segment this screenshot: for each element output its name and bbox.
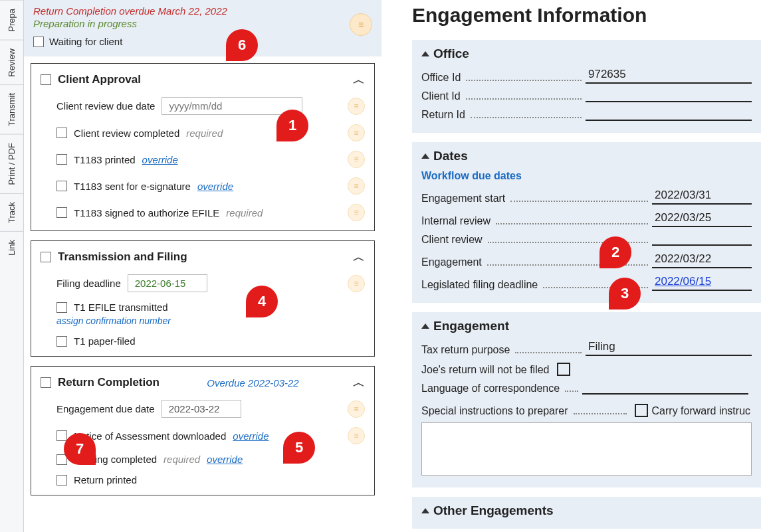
tab-print-pdf[interactable]: Print / PDF: [0, 134, 23, 193]
not-filed-checkbox[interactable]: [557, 363, 570, 376]
client-id-label: Client Id: [421, 90, 465, 102]
note-icon[interactable]: ≡: [348, 177, 365, 195]
return-id-input[interactable]: [586, 118, 752, 121]
dates-section: Dates Workflow due dates Engagement star…: [412, 142, 761, 303]
engagement-due-label: Engagement due date: [56, 403, 155, 414]
completion-card: Return Completion Overdue 2022-03-22 ︿ E…: [31, 366, 375, 495]
office-section: Office Office Id 972635 Client Id Return…: [412, 40, 761, 133]
review-completed-checkbox[interactable]: [56, 128, 67, 138]
override-link[interactable]: override: [207, 454, 243, 465]
t1183-signed-label: T1183 signed to authorize EFILE: [74, 207, 219, 219]
waiting-checkbox[interactable]: [33, 37, 44, 47]
tab-link[interactable]: Link: [0, 231, 23, 264]
t1183-printed-label: T1183 printed: [74, 154, 136, 165]
tab-transmit[interactable]: Transmit: [0, 84, 23, 134]
purpose-input[interactable]: Filing: [586, 340, 752, 356]
internal-review-input[interactable]: 2022/03/25: [652, 211, 752, 227]
noa-checkbox[interactable]: [56, 430, 67, 441]
all-filing-label: All filing completed: [74, 454, 157, 465]
all-filing-checkbox[interactable]: [56, 454, 67, 465]
t1183-printed-checkbox[interactable]: [56, 154, 67, 165]
completion-checkbox[interactable]: [41, 377, 51, 388]
collapse-icon[interactable]: [421, 508, 429, 513]
office-title: Office: [433, 46, 469, 61]
override-link[interactable]: override: [142, 154, 178, 165]
waiting-label: Waiting for client: [49, 36, 122, 47]
note-icon[interactable]: ≡: [348, 400, 365, 418]
dates-title: Dates: [433, 149, 468, 163]
note-icon[interactable]: ≡: [348, 98, 365, 115]
paper-filed-label: T1 paper-filed: [74, 335, 136, 347]
paper-filed-checkbox[interactable]: [56, 336, 67, 347]
collapse-icon[interactable]: ︿: [353, 249, 365, 265]
carry-forward-label: Carry forward instruc: [652, 405, 750, 417]
noa-label: Notice of Assessment downloaded: [74, 430, 226, 442]
client-review-input[interactable]: [652, 243, 752, 246]
purpose-label: Tax return purpose: [421, 344, 514, 356]
overdue-text: Return Completion overdue March 22, 2022: [33, 5, 372, 17]
t1183-signed-checkbox[interactable]: [56, 207, 67, 218]
internal-review-label: Internal review: [421, 215, 494, 227]
office-id-label: Office Id: [421, 72, 465, 84]
completion-status: Overdue 2022-03-22: [207, 377, 298, 389]
return-printed-checkbox[interactable]: [56, 475, 67, 486]
required-label: required: [163, 454, 200, 465]
collapse-icon[interactable]: ︿: [353, 375, 365, 391]
engagement-title: Engagement: [433, 319, 509, 333]
assign-confirmation-link[interactable]: assign confirmation number: [56, 315, 365, 326]
engagement-info-heading: Engagement Information: [412, 4, 761, 27]
required-label: required: [186, 128, 223, 139]
client-approval-title: Client Approval: [58, 73, 141, 86]
lang-input[interactable]: [582, 392, 748, 395]
transmission-title: Transmission and Filing: [58, 250, 187, 264]
efile-checkbox[interactable]: [56, 302, 67, 313]
office-id-input[interactable]: 972635: [586, 68, 752, 84]
client-approval-checkbox[interactable]: [41, 74, 51, 85]
other-title: Other Engagements: [433, 503, 554, 518]
return-id-label: Return Id: [421, 109, 469, 121]
review-due-label: Client review due date: [56, 100, 155, 112]
eng-start-label: Engagement start: [421, 193, 509, 205]
carry-forward-checkbox[interactable]: [635, 404, 648, 417]
note-icon[interactable]: ≡: [348, 427, 365, 444]
workflow-panel: Return Completion overdue March 22, 2022…: [24, 0, 381, 532]
review-due-input[interactable]: [162, 97, 302, 115]
collapse-icon[interactable]: [421, 153, 429, 159]
filing-deadline-label: Filing deadline: [56, 278, 121, 289]
engagement-info-panel: Engagement Information Office Office Id …: [392, 0, 761, 532]
workflow-due-dates-label: Workflow due dates: [421, 170, 752, 182]
t1183-esig-checkbox[interactable]: [56, 181, 67, 191]
transmission-card: Transmission and Filing ︿ Filing deadlin…: [31, 240, 375, 357]
legisl-label: Legislated filing deadline: [421, 279, 542, 291]
override-link[interactable]: override: [197, 181, 233, 192]
override-link[interactable]: override: [233, 430, 269, 442]
special-label: Special instructions to preparer: [421, 405, 572, 417]
instructions-textarea[interactable]: [421, 422, 752, 476]
tab-prepare[interactable]: Prepa: [0, 0, 23, 40]
status-banner: Return Completion overdue March 22, 2022…: [24, 0, 381, 56]
collapse-icon[interactable]: [421, 323, 429, 329]
engagement-due-value[interactable]: 2022-03-22: [162, 400, 241, 418]
tab-review[interactable]: Review: [0, 40, 23, 85]
not-filed-label: Joe's return will not be filed: [421, 364, 553, 376]
eng-start-input[interactable]: 2022/03/31: [652, 189, 752, 205]
legisl-input[interactable]: 2022/06/15: [652, 275, 752, 291]
transmission-checkbox[interactable]: [41, 252, 51, 262]
note-icon[interactable]: ≡: [348, 124, 365, 141]
tab-track[interactable]: Track: [0, 193, 23, 231]
efile-label: T1 EFILE transmitted: [74, 302, 168, 313]
collapse-icon[interactable]: [421, 51, 429, 56]
progress-text: Preparation in progress: [33, 18, 372, 29]
engagement-input[interactable]: 2022/03/22: [652, 252, 752, 268]
filing-deadline-value[interactable]: 2022-06-15: [128, 274, 207, 292]
note-icon[interactable]: ≡: [348, 151, 365, 168]
note-icon[interactable]: ≡: [348, 204, 365, 221]
collapse-icon[interactable]: ︿: [353, 72, 365, 88]
note-icon[interactable]: ≡: [350, 13, 372, 36]
client-id-input[interactable]: [586, 100, 752, 102]
completion-title: Return Completion: [58, 376, 160, 389]
t1183-esig-label: T1183 sent for e-signature: [74, 181, 191, 192]
engagement-label: Engagement: [421, 256, 486, 268]
engagement-section: Engagement Tax return purpose Filing Joe…: [412, 312, 761, 488]
note-icon[interactable]: ≡: [348, 275, 365, 292]
